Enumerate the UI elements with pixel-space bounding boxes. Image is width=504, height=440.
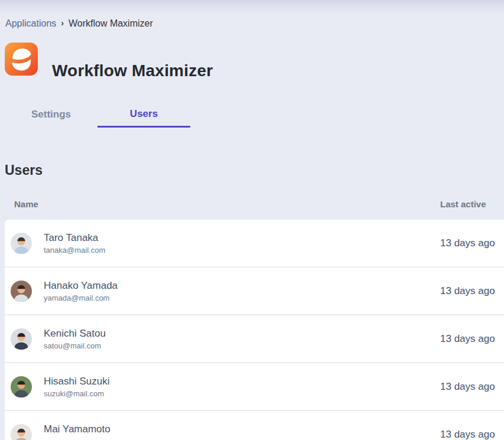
last-active-value: 13 days ago [440,333,495,345]
chevron-right-icon: › [61,18,64,28]
user-row[interactable]: Mai Yamamoto 13 days ago [5,411,504,440]
user-row[interactable]: Kenichi Satou satou@mail.com 13 days ago [5,315,504,362]
user-email: yamada@mail.com [44,294,118,302]
user-email: tanaka@mail.com [44,246,105,255]
user-identity: Hisashi Suzuki suzuki@mail.com [44,376,110,398]
user-name: Kenichi Satou [44,328,106,339]
tab-settings[interactable]: Settings [5,102,97,128]
user-avatar [11,281,32,302]
column-header-last-active: Last active [440,199,486,209]
user-identity: Hanako Yamada yamada@mail.com [44,280,118,302]
user-name: Hanako Yamada [44,280,118,291]
user-avatar [11,424,32,440]
last-active-value: 13 days ago [440,429,495,440]
user-identity: Kenichi Satou satou@mail.com [44,328,106,350]
last-active-value: 13 days ago [440,237,495,249]
breadcrumb-current-page: Workflow Maximizer [69,18,153,29]
user-avatar [11,328,32,350]
user-email: satou@mail.com [44,341,106,350]
column-header-name: Name [14,199,38,209]
user-row[interactable]: Hisashi Suzuki suzuki@mail.com 13 days a… [5,363,504,410]
last-active-value: 13 days ago [440,285,495,297]
user-name: Taro Tanaka [44,232,105,243]
tab-users-label: Users [130,108,158,120]
user-identity: Mai Yamamoto [44,423,110,440]
user-row[interactable]: Hanako Yamada yamada@mail.com 13 days ag… [5,268,504,314]
user-row[interactable]: Taro Tanaka tanaka@mail.com 13 days ago [5,220,504,266]
user-name: Hisashi Suzuki [44,376,110,387]
tab-users[interactable]: Users [97,102,190,128]
user-email [44,437,110,440]
app-logo-icon [5,43,38,76]
page-top-shadow [0,0,504,15]
last-active-value: 13 days ago [440,381,495,393]
section-heading-users: Users [5,162,43,178]
user-name: Mai Yamamoto [44,423,110,435]
breadcrumb-link-applications[interactable]: Applications [5,18,56,29]
user-identity: Taro Tanaka tanaka@mail.com [44,232,105,255]
user-avatar [11,376,32,397]
breadcrumb: Applications › Workflow Maximizer [5,18,153,29]
tab-settings-label: Settings [31,109,71,120]
user-email: suzuki@mail.com [44,389,110,398]
user-avatar [11,233,32,254]
users-table: Taro Tanaka tanaka@mail.com 13 days ago … [5,220,504,440]
tab-bar: Settings Users [5,102,190,128]
page: Applications › Workflow Maximizer Workfl… [0,0,504,440]
page-title: Workflow Maximizer [52,61,213,80]
